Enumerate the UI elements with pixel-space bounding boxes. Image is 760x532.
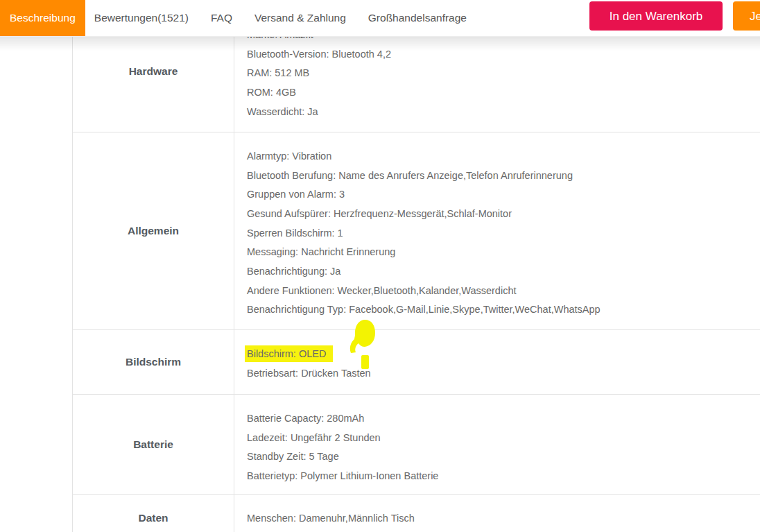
spec-item: Betriebsart: Drücken Tasten xyxy=(247,363,371,383)
spec-item: Benachrichtigung Typ: Facebook,G-Mail,Li… xyxy=(247,300,601,320)
tab-versand-zahlung[interactable]: Versand & Zahlung xyxy=(245,0,355,36)
spec-row-items: Alarmtyp: Vibration Bluetooth Berufung: … xyxy=(234,132,601,329)
spec-item: Menschen: Damenuhr,Männlich Tisch xyxy=(247,508,415,528)
spec-row-bildschirm: Bildschirm Bildschirm: OLED Betriebsart:… xyxy=(73,330,760,395)
spec-row-label: Batterie xyxy=(73,395,234,494)
spec-row-allgemein: Allgemein Alarmtyp: Vibration Bluetooth … xyxy=(73,132,760,330)
spec-row-items: Batterie Capacty: 280mAh Ladezeit: Ungef… xyxy=(234,395,438,494)
highlight-mark: Bildschirm: OLED xyxy=(245,345,333,362)
spec-row-label: Allgemein xyxy=(73,132,234,329)
spec-row-daten: Daten Menschen: Damenuhr,Männlich Tisch xyxy=(73,495,760,532)
buy-now-button[interactable]: Jetzt kaufen xyxy=(733,1,760,31)
product-tab-bar: Beschreibung Bewertungen(1521) FAQ Versa… xyxy=(0,0,760,37)
spec-item: Batterie Capacty: 280mAh xyxy=(247,409,438,428)
spec-row-label: Daten xyxy=(73,495,234,532)
product-spec-table: Hardware Marke: Amazfit Bluetooth-Versio… xyxy=(72,10,760,532)
spec-row-items: Menschen: Damenuhr,Männlich Tisch xyxy=(234,495,415,532)
add-to-cart-button[interactable]: In den Warenkorb xyxy=(589,1,723,31)
tab-bewertungen[interactable]: Bewertungen(1521) xyxy=(85,0,198,36)
spec-row-batterie: Batterie Batterie Capacty: 280mAh Ladeze… xyxy=(73,395,760,495)
spec-item: Bluetooth-Version: Bluetooth 4,2 xyxy=(247,44,391,64)
spec-item: Gesund Aufspürer: Herzfrequenz-Messgerät… xyxy=(247,204,601,223)
spec-item: Benachrichtigung: Ja xyxy=(247,261,601,281)
spec-item: Alarmtyp: Vibration xyxy=(247,146,601,166)
spec-item: Batterietyp: Polymer Lithium-Ionen Batte… xyxy=(247,466,438,486)
spec-item: Gruppen von Alarm: 3 xyxy=(247,185,601,204)
tab-grosshandelsanfrage[interactable]: Großhandelsanfrage xyxy=(359,0,476,36)
tab-beschreibung[interactable]: Beschreibung xyxy=(0,0,85,36)
spec-row-label: Bildschirm xyxy=(73,330,234,394)
spec-row-items: Bildschirm: OLED Betriebsart: Drücken Ta… xyxy=(234,330,371,394)
spec-item: Sperren Bildschirm: 1 xyxy=(247,223,601,243)
spec-item-highlighted: Bildschirm: OLED xyxy=(247,344,371,363)
spec-item: Ladezeit: Ungefähr 2 Stunden xyxy=(247,428,438,447)
tab-faq[interactable]: FAQ xyxy=(202,0,241,36)
spec-item: Wasserdicht: Ja xyxy=(247,102,391,121)
spec-item: Bluetooth Berufung: Name des Anrufers An… xyxy=(247,166,601,185)
spec-item: Standby Zeit: 5 Tage xyxy=(247,447,438,466)
spec-item: Andere Funktionen: Wecker,Bluetooth,Kala… xyxy=(247,281,601,300)
spec-item: Messaging: Nachricht Erinnerung xyxy=(247,242,601,261)
spec-item: RAM: 512 MB xyxy=(247,63,391,83)
spec-item: ROM: 4GB xyxy=(247,83,391,102)
